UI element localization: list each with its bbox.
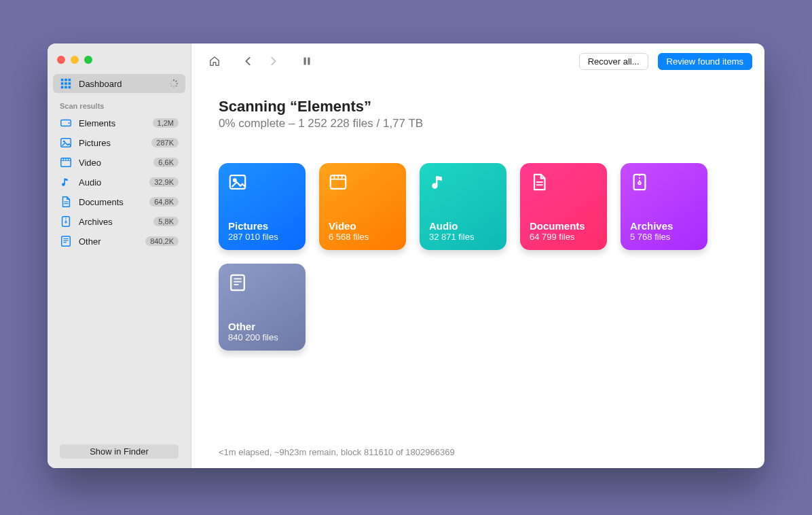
show-in-finder-button[interactable]: Show in Finder: [60, 444, 179, 459]
card-title: Archives: [630, 220, 698, 232]
card-subtitle: 840 200 files: [228, 332, 296, 342]
page-title: Scanning “Elements”: [219, 98, 737, 116]
status-bar: <1m elapsed, ~9h23m remain, block 811610…: [191, 440, 764, 468]
sidebar-item-label: Pictures: [79, 138, 145, 148]
sidebar-item-archives[interactable]: Archives5,8K: [53, 212, 185, 231]
card-title: Audio: [429, 220, 497, 232]
category-card-video[interactable]: Video6 568 files: [319, 163, 406, 250]
content: Scanning “Elements” 0% complete – 1 252 …: [191, 79, 764, 440]
scanning-spinner-icon: [169, 79, 179, 88]
sidebar-item-label: Documents: [79, 197, 143, 207]
picture-icon: [228, 173, 247, 192]
sidebar-item-label: Audio: [79, 177, 143, 188]
video-icon: [60, 156, 72, 168]
dashboard-icon: [60, 77, 72, 90]
close-window-button[interactable]: [57, 56, 65, 64]
drive-icon: [60, 117, 72, 129]
other-icon: [228, 273, 247, 292]
recover-all-button[interactable]: Recover all...: [579, 53, 648, 70]
sidebar-item-elements[interactable]: Elements1,2M: [53, 113, 185, 132]
sidebar-item-video[interactable]: Video6,6K: [53, 153, 185, 172]
card-subtitle: 6 568 files: [329, 232, 396, 242]
heading: Scanning “Elements” 0% complete – 1 252 …: [219, 79, 737, 130]
card-title: Documents: [530, 220, 597, 232]
sidebar-item-audio[interactable]: Audio32,9K: [53, 173, 185, 192]
category-card-other[interactable]: Other840 200 files: [219, 264, 306, 351]
pause-button[interactable]: [296, 52, 318, 71]
sidebar-item-count: 287K: [151, 138, 179, 147]
video-icon: [329, 173, 348, 192]
maximize-window-button[interactable]: [84, 56, 92, 64]
main-area: Recover all... Review found items Scanni…: [191, 43, 764, 468]
category-cards: Pictures287 010 filesVideo6 568 filesAud…: [219, 130, 737, 351]
sidebar-item-other[interactable]: Other840,2K: [53, 232, 185, 251]
audio-icon: [60, 176, 72, 188]
sidebar-item-label: Other: [79, 236, 139, 247]
audio-icon: [429, 173, 448, 192]
window-controls: [48, 49, 191, 73]
review-found-items-button[interactable]: Review found items: [658, 53, 752, 70]
nav-back-button[interactable]: [238, 52, 259, 71]
card-subtitle: 5 768 files: [630, 232, 698, 242]
sidebar-item-count: 64,8K: [149, 197, 179, 207]
category-card-pictures[interactable]: Pictures287 010 files: [219, 163, 306, 250]
category-card-archives[interactable]: Archives5 768 files: [621, 163, 707, 250]
card-subtitle: 32 871 files: [429, 232, 497, 242]
sidebar-item-count: 5,8K: [153, 217, 179, 226]
sidebar-item-documents[interactable]: Documents64,8K: [53, 192, 185, 211]
sidebar-item-label: Video: [79, 158, 147, 168]
sidebar-item-count: 32,9K: [149, 177, 179, 187]
sidebar-item-count: 1,2M: [153, 118, 179, 128]
sidebar-item-count: 6,6K: [153, 158, 179, 167]
sidebar-item-dashboard[interactable]: Dashboard: [53, 74, 185, 93]
sidebar-item-label: Dashboard: [79, 79, 162, 89]
document-icon: [60, 196, 72, 208]
sidebar-section-header: Scan results: [48, 94, 191, 113]
other-icon: [60, 235, 72, 247]
category-card-audio[interactable]: Audio32 871 files: [420, 163, 506, 250]
category-card-documents[interactable]: Documents64 799 files: [520, 163, 607, 250]
sidebar-item-count: 840,2K: [145, 236, 179, 246]
archive-icon: [630, 173, 649, 192]
app-window: Dashboard Scan results Elements1,2MPictu…: [48, 43, 764, 468]
page-subtitle: 0% complete – 1 252 228 files / 1,77 TB: [219, 117, 737, 130]
toolbar: Recover all... Review found items: [191, 43, 764, 79]
picture-icon: [60, 137, 72, 149]
card-subtitle: 64 799 files: [530, 232, 597, 242]
sidebar-footer: Show in Finder: [48, 444, 191, 468]
card-title: Other: [228, 321, 296, 332]
card-title: Video: [329, 220, 396, 232]
document-icon: [530, 173, 549, 192]
home-button[interactable]: [204, 52, 225, 71]
sidebar-item-pictures[interactable]: Pictures287K: [53, 133, 185, 152]
nav-forward-button[interactable]: [262, 52, 284, 71]
sidebar-item-label: Elements: [79, 118, 146, 128]
card-title: Pictures: [228, 220, 296, 232]
sidebar: Dashboard Scan results Elements1,2MPictu…: [48, 43, 191, 468]
minimize-window-button[interactable]: [71, 56, 79, 64]
card-subtitle: 287 010 files: [228, 232, 296, 242]
archive-icon: [60, 215, 72, 228]
sidebar-item-label: Archives: [79, 217, 147, 227]
